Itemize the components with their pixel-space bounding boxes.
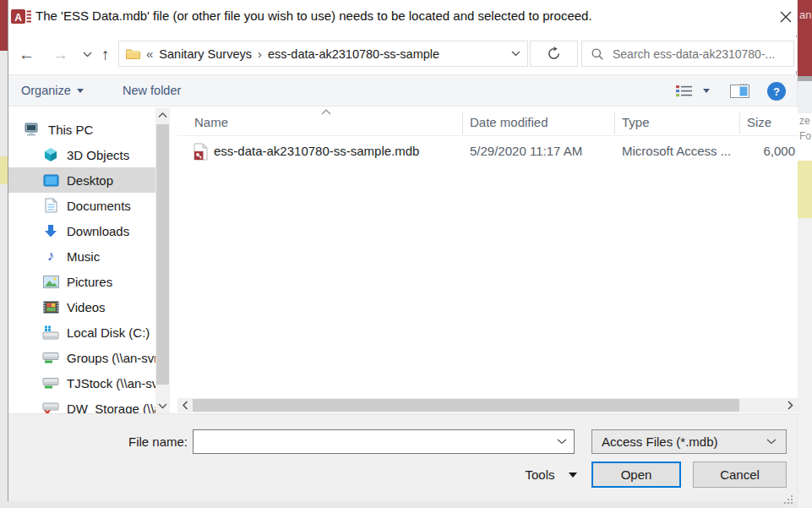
sidebar-item-label: Downloads	[67, 224, 129, 238]
access-app-icon: A	[11, 8, 33, 26]
desktop-icon	[42, 174, 59, 187]
search-icon	[591, 47, 604, 61]
address-chevron-icon[interactable]	[511, 51, 520, 57]
document-icon	[42, 198, 59, 213]
scroll-up-icon[interactable]	[155, 108, 170, 123]
file-date-modified: 5/29/2020 11:17 AM	[470, 144, 582, 158]
forward-arrow-icon[interactable]: →	[52, 43, 68, 67]
local-disk-icon	[42, 325, 59, 340]
views-icon[interactable]	[676, 85, 693, 97]
sidebar-item-label: 3D Objects	[67, 148, 129, 162]
tools-button[interactable]: Tools	[510, 462, 591, 488]
address-bar[interactable]: « Sanitary Surveys › ess-data-ak2310780-…	[118, 41, 528, 67]
sidebar-item-label: Music	[67, 249, 100, 264]
new-folder-label: New folder	[123, 84, 181, 97]
column-header-size[interactable]: Size	[747, 115, 771, 129]
new-folder-button[interactable]: New folder	[123, 75, 181, 106]
scrollbar-thumb[interactable]	[156, 124, 169, 385]
network-drive-icon	[42, 377, 59, 389]
background-app-left	[0, 184, 8, 508]
dialog-title: The 'ESS Data.mdb' file (or other file y…	[35, 8, 762, 23]
sidebar-scrollbar[interactable]	[155, 108, 170, 413]
search-input[interactable]	[611, 46, 785, 62]
sidebar-item-3d-objects[interactable]: 3D Objects	[8, 142, 155, 167]
breadcrumb-separator-icon: ›	[258, 46, 262, 61]
up-arrow-icon[interactable]: ↑	[101, 43, 110, 67]
combo-chevron-icon[interactable]	[557, 439, 567, 445]
file-name: ess-data-ak2310780-ss-sample.mdb	[214, 144, 419, 158]
background-app-left	[0, 51, 8, 156]
scroll-down-icon[interactable]	[155, 399, 170, 413]
views-dropdown-triangle-icon[interactable]	[703, 89, 710, 93]
scroll-left-icon[interactable]	[177, 398, 193, 412]
close-icon[interactable]	[773, 6, 798, 28]
scrollbar-thumb[interactable]	[193, 399, 739, 412]
screen: an ze Fo A The 'ESS Data.mdb' file (or o…	[0, 0, 812, 508]
background-app-bottom	[8, 501, 798, 508]
cancel-button[interactable]: Cancel	[693, 462, 787, 488]
file-row[interactable]: ess-data-ak2310780-ss-sample.mdb 5/29/20…	[177, 140, 798, 164]
column-divider[interactable]	[462, 112, 463, 134]
file-size: 6,000	[739, 144, 795, 158]
sidebar-item-local-disk-c[interactable]: Local Disk (C:)	[8, 320, 155, 345]
video-icon	[42, 301, 59, 314]
download-arrow-icon	[42, 224, 59, 238]
sidebar-item-label: Local Disk (C:)	[67, 325, 150, 340]
help-glyph: ?	[773, 85, 780, 98]
background-peek-text: ze	[799, 115, 810, 127]
sidebar-item-label: Videos	[67, 300, 106, 314]
file-name-input[interactable]	[200, 434, 557, 450]
background-peek-text: an	[799, 8, 811, 21]
sidebar-item-this-pc[interactable]: This PC	[8, 117, 155, 142]
header-divider	[177, 135, 798, 136]
sidebar-item-tjstock-drive[interactable]: TJStock (\\an-svr	[8, 370, 155, 396]
breadcrumb-prefix[interactable]: «	[146, 46, 153, 61]
dialog-footer: File name: Access Files (*.mdb) Tools Op…	[8, 413, 797, 501]
recent-chevron-icon[interactable]	[83, 52, 92, 57]
cube-icon	[42, 147, 59, 162]
column-divider[interactable]	[614, 112, 615, 134]
sidebar-item-groups-drive[interactable]: Groups (\\an-svr	[8, 345, 155, 370]
command-toolbar: Organize New folder ?	[8, 74, 797, 107]
open-button[interactable]: Open	[591, 462, 681, 488]
breadcrumb-segment[interactable]: ess-data-ak2310780-ss-sample	[268, 47, 439, 61]
file-name-label: File name:	[84, 429, 188, 454]
sidebar-item-music[interactable]: ♪ Music	[8, 243, 155, 269]
sidebar-item-label: Documents	[67, 199, 131, 213]
background-app-panel	[798, 81, 812, 113]
sidebar-item-videos[interactable]: Videos	[8, 294, 155, 320]
refresh-icon[interactable]	[530, 41, 578, 67]
sidebar-item-documents[interactable]: Documents	[8, 193, 155, 218]
sidebar-item-downloads[interactable]: Downloads	[8, 218, 155, 243]
back-arrow-icon[interactable]: ←	[19, 43, 35, 67]
column-header-name[interactable]: Name	[194, 115, 228, 129]
organize-label: Organize	[21, 84, 71, 97]
column-header-type[interactable]: Type	[622, 115, 650, 129]
search-box	[581, 41, 794, 67]
file-type-select[interactable]: Access Files (*.mdb)	[591, 429, 787, 454]
help-icon[interactable]: ?	[767, 82, 786, 101]
sidebar-item-desktop[interactable]: Desktop	[8, 167, 155, 193]
background-app-right	[798, 218, 812, 508]
breadcrumb-segment[interactable]: Sanitary Surveys	[159, 47, 252, 61]
background-app-left-highlight	[0, 156, 8, 184]
sidebar-item-pictures[interactable]: Pictures	[8, 269, 155, 294]
resize-grip[interactable]	[791, 495, 793, 497]
file-name-combo	[193, 429, 575, 454]
navigation-pane: This PC 3D Objects Desktop Documents Dow…	[8, 117, 155, 421]
file-type: Microsoft Access ...	[622, 144, 731, 158]
access-file-icon	[193, 143, 208, 161]
computer-icon	[24, 122, 41, 137]
organize-button[interactable]: Organize	[21, 75, 84, 106]
navigation-bar: ← → ↑ « Sanitary Surveys › ess-data-ak23…	[8, 37, 797, 71]
combo-chevron-icon	[766, 439, 777, 445]
background-app-titlebar-left	[0, 0, 8, 51]
file-list-scrollbar[interactable]	[177, 398, 798, 412]
column-header-date-modified[interactable]: Date modified	[470, 115, 548, 129]
preview-pane-icon[interactable]	[730, 84, 749, 98]
column-divider[interactable]	[739, 112, 740, 134]
dropdown-triangle-icon	[77, 89, 84, 93]
sidebar-item-label: Desktop	[67, 173, 113, 188]
scroll-right-icon[interactable]	[782, 398, 798, 412]
sidebar-item-label: TJStock (\\an-svr	[67, 376, 155, 391]
